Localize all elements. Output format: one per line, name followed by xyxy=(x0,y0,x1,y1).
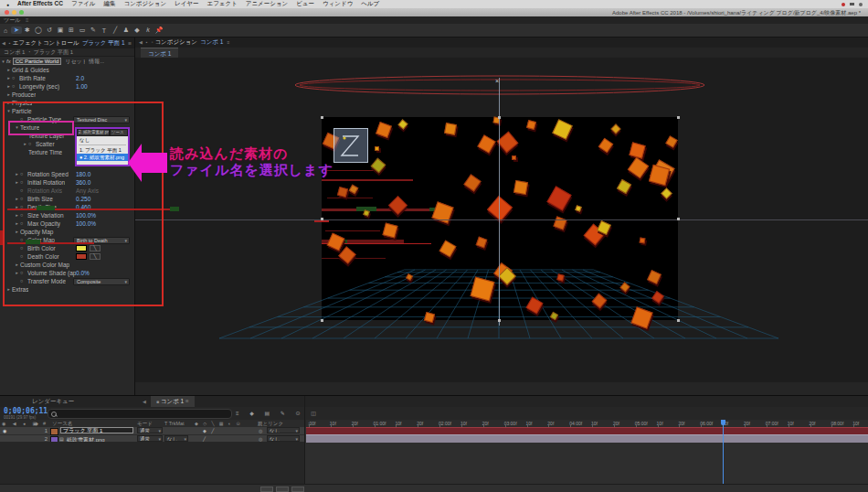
parent-link-column[interactable]: 親とリンク xyxy=(258,421,283,427)
playhead-line[interactable] xyxy=(723,420,724,484)
brush-tool-icon[interactable]: ╱ xyxy=(110,27,121,34)
parent-dropdown[interactable]: なし▾ xyxy=(267,435,300,442)
parent-pickwhip-icon[interactable]: ◎ xyxy=(259,428,262,433)
mode-column[interactable]: モード xyxy=(137,421,153,427)
expand-icon[interactable]: ▸ xyxy=(5,82,12,91)
selection-handle[interactable] xyxy=(677,319,680,322)
selection-handle[interactable] xyxy=(321,116,323,119)
panel-menu-icon[interactable]: ≡ xyxy=(227,39,229,45)
property-row-producer[interactable]: ▸Producer xyxy=(0,91,134,99)
expand-layer-switches-button[interactable] xyxy=(260,487,273,492)
parent-dropdown[interactable]: なし▾ xyxy=(267,427,300,433)
menu-item-3[interactable]: コンポジション xyxy=(123,0,166,8)
label-color-chip[interactable] xyxy=(50,428,58,435)
panel-chevron-icon[interactable]: ◀ xyxy=(2,40,5,46)
search-icon xyxy=(51,412,57,417)
shape-tool-icon[interactable]: ▭ xyxy=(77,27,88,34)
expand-icon[interactable]: ▸ xyxy=(5,74,12,82)
annotation-text-line2: ファイル名を選択します xyxy=(170,162,333,179)
expand-transfer-controls-button[interactable] xyxy=(276,487,289,492)
timeline-view-icons[interactable]: ≡ ◆ ▤ ✎ ⊙ ◫ xyxy=(236,410,321,416)
effect-reset-button[interactable]: リセット xyxy=(65,58,85,66)
effect-controls-panel-header[interactable]: ◀ ▪ エフェクトコントロール ブラック 平面 1 ≡ xyxy=(0,37,134,48)
comp-viewer-tab[interactable]: コンポ 1 xyxy=(141,48,178,58)
selection-tool-icon[interactable]: ➤ xyxy=(11,27,22,34)
menu-item-8[interactable]: ウィンドウ xyxy=(323,0,353,8)
timeline-bottom-bar xyxy=(0,484,868,492)
expand-icon[interactable]: ▸ xyxy=(5,66,12,74)
stopwatch-icon[interactable]: ○ xyxy=(12,74,19,82)
menu-item-2[interactable]: 編集 xyxy=(103,0,115,8)
selection-handle[interactable] xyxy=(677,218,680,220)
timeline-comp-tab[interactable]: ■ コンポ 1 ≡ xyxy=(151,396,195,407)
render-queue-tab[interactable]: レンダーキュー xyxy=(32,396,74,407)
layer-row-1[interactable]: ◉1ブラック 平面 1通常▾◆ ╱◎なし▾ xyxy=(0,427,304,435)
expand-icon[interactable]: ▸ xyxy=(5,91,12,99)
timeline-track-area[interactable] xyxy=(305,427,868,484)
timeline-search-input[interactable] xyxy=(48,409,232,419)
effect-header-row[interactable]: ▾ fx CC Particle World リセット 情報... xyxy=(0,57,134,66)
layer-switches[interactable]: ◆ ╱ xyxy=(203,428,216,433)
layer-duration-bar-2[interactable] xyxy=(306,434,868,443)
timeline-current-time[interactable]: 0;00;06;11 xyxy=(4,407,48,415)
panel-menu-icon[interactable]: ≡ xyxy=(26,17,29,23)
property-value[interactable]: 1.00 xyxy=(76,82,88,91)
selection-handle[interactable] xyxy=(677,116,680,119)
popup-option-0[interactable]: なし xyxy=(77,136,128,144)
effect-about-button[interactable]: 情報... xyxy=(89,58,104,66)
texture-layer-popup[interactable]: 2. 紙吹雪素材.png ソース なし1. ブラック 平面 1● 2. 紙吹雪素… xyxy=(75,127,130,166)
camera-tool-icon[interactable]: ▣ xyxy=(55,27,66,34)
blend-mode-dropdown[interactable]: 通常▾ xyxy=(137,427,163,433)
property-row-birth-rate[interactable]: ▸○Birth Rate2.0 xyxy=(0,74,134,82)
apple-menu-icon[interactable]: ● xyxy=(6,2,9,7)
selection-handle[interactable] xyxy=(498,116,501,119)
menu-item-4[interactable]: レイヤー xyxy=(175,0,198,8)
puppet-pin-tool-icon[interactable]: 📌 xyxy=(153,27,164,34)
menu-item-7[interactable]: ビュー xyxy=(296,0,314,8)
panel-menu-icon[interactable]: ≡ xyxy=(128,40,132,47)
pan-behind-tool-icon[interactable]: ⊞ xyxy=(66,27,77,34)
tools-panel-tab[interactable]: ツール ≡ xyxy=(0,16,868,24)
layer-name[interactable]: ブラック 平面 1 xyxy=(60,427,133,433)
panel-lock-icon[interactable]: ▫ xyxy=(152,39,153,45)
trkmat-dropdown[interactable]: なし▾ xyxy=(164,435,188,442)
layer-source-dropdown[interactable]: ソース xyxy=(110,129,128,136)
expand-inout-button[interactable] xyxy=(291,487,304,492)
composition-panel-header[interactable]: ◀ ▪ ▫ コンポジション コンポ 1 ≡ xyxy=(135,37,868,48)
popup-option-2[interactable]: ● 2. 紙吹雪素材.png xyxy=(77,154,128,161)
menu-item-9[interactable]: ヘルプ xyxy=(361,0,379,8)
selection-handle[interactable] xyxy=(498,319,501,322)
menu-item-1[interactable]: ファイル xyxy=(71,0,96,8)
menu-item-0[interactable]: After Effects CC xyxy=(17,0,63,8)
stopwatch-icon[interactable]: ○ xyxy=(12,82,19,91)
pen-tool-icon[interactable]: ✎ xyxy=(88,27,99,34)
selection-handle[interactable] xyxy=(321,218,323,220)
blend-mode-dropdown[interactable]: 通常▾ xyxy=(137,435,163,442)
text-tool-icon[interactable]: T xyxy=(99,27,110,34)
roto-brush-tool-icon[interactable]: 𝑘 xyxy=(143,27,153,34)
menu-item-5[interactable]: エフェクト xyxy=(207,0,238,8)
visibility-eye-icon[interactable]: ◉ xyxy=(3,428,6,433)
zoom-tool-icon[interactable]: ◯ xyxy=(33,27,44,34)
rotate-tool-icon[interactable]: ↺ xyxy=(44,27,55,34)
panel-chevron-icon[interactable]: ◀ xyxy=(139,39,143,45)
effect-collapse-icon[interactable]: ▾ xyxy=(0,59,6,64)
selection-handle[interactable] xyxy=(321,319,323,322)
effect-name[interactable]: CC Particle World xyxy=(13,58,62,65)
trkmat-column[interactable]: T TrkMat xyxy=(164,421,185,426)
texture-layer-dropdown[interactable]: 2. 紙吹雪素材.png xyxy=(77,129,110,136)
source-name-column[interactable]: ソース名 xyxy=(52,421,72,427)
clone-stamp-tool-icon[interactable]: ♟ xyxy=(121,27,132,34)
popup-option-1[interactable]: 1. ブラック 平面 1 xyxy=(77,146,128,154)
property-row-grid-guides[interactable]: ▸Grid & Guides xyxy=(0,66,134,74)
panel-menu-icon[interactable]: ≡ xyxy=(185,398,189,404)
eraser-tool-icon[interactable]: ◆ xyxy=(132,27,143,34)
fx-badge-icon[interactable]: fx xyxy=(6,59,11,64)
property-value[interactable]: 2.0 xyxy=(76,74,84,82)
hand-tool-icon[interactable]: ✱ xyxy=(22,27,33,34)
property-row-longevity-sec[interactable]: ▸○Longevity (sec)1.00 xyxy=(0,82,134,91)
composition-viewer[interactable]: × ◘ ▭ ⊕ 100% ▾ ▢ ◎ 0;00;06;11 ▣ ◔ フル画質 ▾… xyxy=(135,58,868,382)
home-tool-icon[interactable]: ⌂ xyxy=(0,27,11,34)
menu-item-6[interactable]: アニメーション xyxy=(246,0,288,8)
tab-chevron-icon[interactable]: ◀ xyxy=(143,396,146,407)
